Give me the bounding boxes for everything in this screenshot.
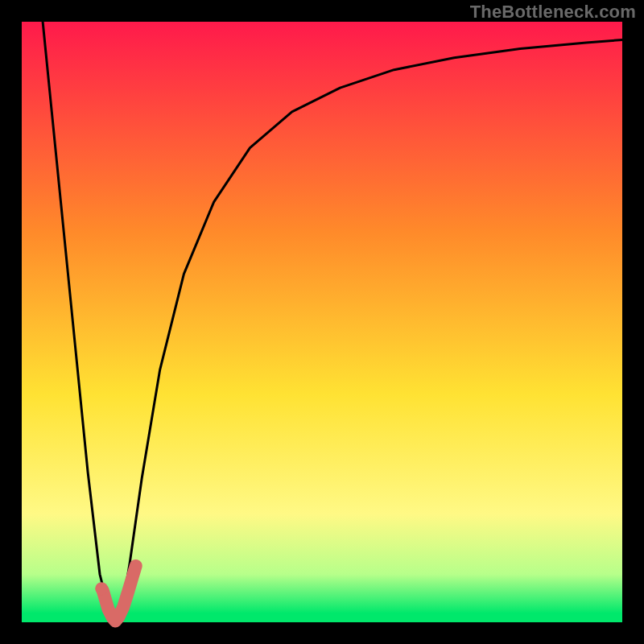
watermark-text: TheBottleneck.com (470, 2, 636, 23)
chart-frame: { "watermark": "TheBottleneck.com", "col… (0, 0, 644, 644)
plot-background (22, 22, 622, 622)
optimal-point-dot (95, 582, 108, 595)
bottleneck-chart (0, 0, 644, 644)
